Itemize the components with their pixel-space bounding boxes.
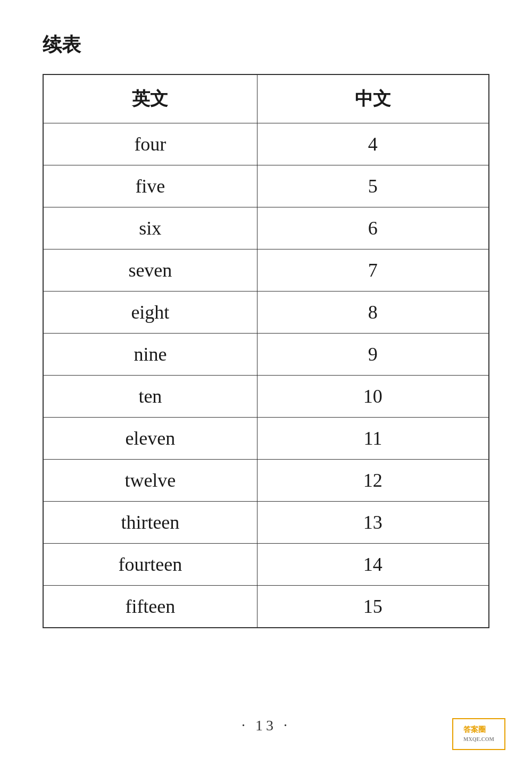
cell-chinese: 14 xyxy=(257,544,489,586)
cell-chinese: 7 xyxy=(257,249,489,292)
cell-chinese: 11 xyxy=(257,418,489,460)
cell-english: fifteen xyxy=(43,586,257,628)
cell-chinese: 10 xyxy=(257,376,489,418)
cell-english: five xyxy=(43,165,257,207)
page-content: 续表 英文 中文 four4five5six6seven7eight8nine9… xyxy=(0,0,532,660)
cell-chinese: 12 xyxy=(257,460,489,502)
vocabulary-table: 英文 中文 four4five5six6seven7eight8nine9ten… xyxy=(43,74,489,628)
watermark: 答案圈MXQE.COM xyxy=(452,718,505,750)
table-row: fifteen15 xyxy=(43,586,489,628)
table-row: ten10 xyxy=(43,376,489,418)
cell-english: six xyxy=(43,207,257,249)
table-row: eight8 xyxy=(43,292,489,334)
cell-chinese: 15 xyxy=(257,586,489,628)
cell-english: fourteen xyxy=(43,544,257,586)
page-number: · 13 · xyxy=(242,717,290,734)
table-row: five5 xyxy=(43,165,489,207)
table-row: fourteen14 xyxy=(43,544,489,586)
cell-chinese: 9 xyxy=(257,334,489,376)
cell-english: four xyxy=(43,123,257,165)
table-row: four4 xyxy=(43,123,489,165)
cell-english: thirteen xyxy=(43,502,257,544)
cell-chinese: 6 xyxy=(257,207,489,249)
cell-english: seven xyxy=(43,249,257,292)
table-row: eleven11 xyxy=(43,418,489,460)
cell-chinese: 5 xyxy=(257,165,489,207)
table-row: thirteen13 xyxy=(43,502,489,544)
continuation-label: 续表 xyxy=(43,32,489,58)
header-chinese: 中文 xyxy=(257,74,489,123)
table-row: nine9 xyxy=(43,334,489,376)
table-row: six6 xyxy=(43,207,489,249)
header-english: 英文 xyxy=(43,74,257,123)
cell-chinese: 4 xyxy=(257,123,489,165)
watermark-text: 答案圈MXQE.COM xyxy=(463,725,494,743)
cell-chinese: 8 xyxy=(257,292,489,334)
cell-english: ten xyxy=(43,376,257,418)
cell-english: eleven xyxy=(43,418,257,460)
table-row: twelve12 xyxy=(43,460,489,502)
cell-english: eight xyxy=(43,292,257,334)
cell-english: nine xyxy=(43,334,257,376)
table-header-row: 英文 中文 xyxy=(43,74,489,123)
table-row: seven7 xyxy=(43,249,489,292)
cell-english: twelve xyxy=(43,460,257,502)
cell-chinese: 13 xyxy=(257,502,489,544)
